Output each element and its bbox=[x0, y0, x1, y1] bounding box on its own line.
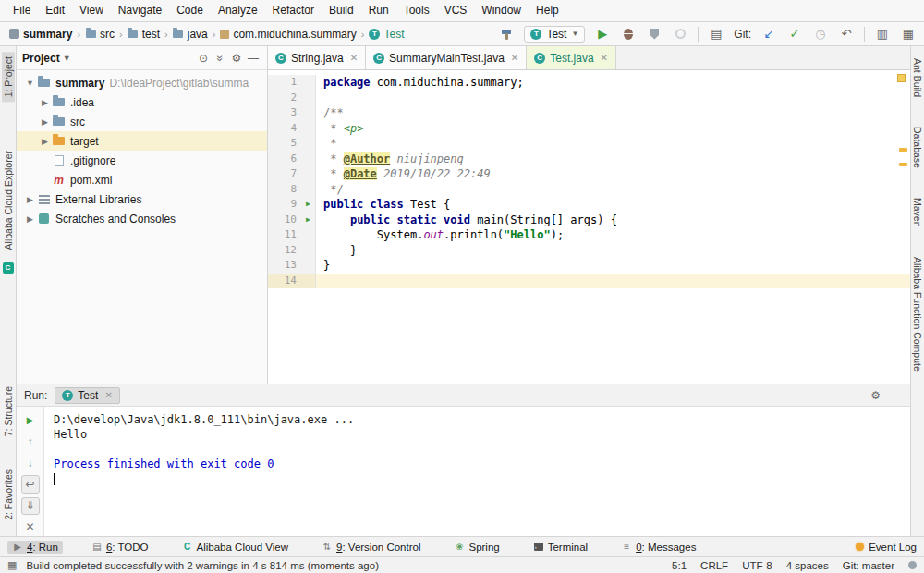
breadcrumb-item-src[interactable]: src bbox=[83, 28, 116, 41]
chevron-right-icon[interactable]: ▶ bbox=[24, 214, 36, 224]
code-line-5[interactable]: 5 * bbox=[268, 136, 910, 152]
alibaba-cloud-icon[interactable]: C bbox=[3, 262, 14, 274]
tree-item-summary[interactable]: ▼summaryD:\IdeaProject\gitlab\summa bbox=[17, 73, 267, 92]
stripe-maven[interactable]: Maven bbox=[911, 193, 924, 232]
chevron-right-icon[interactable]: ▶ bbox=[24, 195, 36, 204]
editor-tab-test-java[interactable]: CTest.java✕ bbox=[527, 46, 616, 69]
code-line-6[interactable]: 6 * @Author niujinpeng bbox=[268, 152, 910, 167]
chevron-right-icon[interactable]: ▶ bbox=[39, 117, 51, 127]
menu-file[interactable]: File bbox=[6, 0, 38, 21]
status-crlf[interactable]: CRLF bbox=[700, 560, 728, 571]
stripe-alibaba-cloud-explorer[interactable]: Alibaba Cloud Explorer bbox=[2, 146, 15, 254]
menu-build[interactable]: Build bbox=[322, 0, 361, 21]
code-line-8[interactable]: 8 */ bbox=[268, 182, 910, 198]
status-5-1[interactable]: 5:1 bbox=[672, 560, 687, 571]
soft-wrap-icon[interactable]: ↩ bbox=[21, 475, 40, 493]
code-line-12[interactable]: 12 } bbox=[268, 243, 910, 259]
code-editor[interactable]: 1package com.miduchina.summary;23/**4 * … bbox=[268, 70, 910, 384]
code-line-13[interactable]: 13} bbox=[268, 258, 910, 274]
menu-run[interactable]: Run bbox=[361, 0, 396, 21]
stripe-7-structure[interactable]: 7: Structure bbox=[2, 382, 15, 441]
stripe-1-project[interactable]: 1: Project bbox=[2, 52, 15, 102]
chevron-down-icon[interactable]: ▼ bbox=[63, 54, 71, 63]
menu-window[interactable]: Window bbox=[474, 0, 529, 21]
build-hammer-icon[interactable] bbox=[498, 26, 515, 43]
hector-icon[interactable] bbox=[908, 561, 917, 569]
locate-file-icon[interactable]: ⊙ bbox=[195, 50, 212, 67]
git-update-button[interactable]: ↙ bbox=[760, 26, 777, 43]
debug-button[interactable] bbox=[620, 26, 637, 43]
toolwindow-button-run[interactable]: ▶4: Run bbox=[7, 541, 63, 554]
hide-run-panel-icon[interactable]: — bbox=[892, 389, 903, 402]
code-line-11[interactable]: 11 System.out.println("Hello"); bbox=[268, 227, 910, 243]
tree-item-gitignore[interactable]: .gitignore bbox=[17, 151, 267, 170]
tree-item-external-libraries[interactable]: ▶External Libraries bbox=[17, 189, 267, 209]
code-line-4[interactable]: 4 * <p> bbox=[268, 121, 910, 137]
coverage-button[interactable] bbox=[646, 26, 663, 43]
clear-console-icon[interactable]: ✕ bbox=[21, 518, 40, 536]
changes-list-icon[interactable]: ▥ bbox=[874, 26, 891, 43]
menu-navigate[interactable]: Navigate bbox=[111, 0, 169, 21]
code-line-7[interactable]: 7 * @Date 2019/10/22 22:49 bbox=[268, 166, 910, 182]
settings-gear-icon[interactable]: ⚙ bbox=[228, 50, 245, 67]
breadcrumb-item-summary[interactable]: summary bbox=[7, 28, 74, 41]
code-line-3[interactable]: 3/** bbox=[268, 105, 910, 121]
menu-edit[interactable]: Edit bbox=[38, 0, 72, 21]
code-line-1[interactable]: 1package com.miduchina.summary; bbox=[268, 75, 910, 91]
status-message[interactable]: Build completed successfully with 2 warn… bbox=[26, 560, 379, 571]
menu-help[interactable]: Help bbox=[529, 0, 566, 21]
code-line-2[interactable]: 2 bbox=[268, 91, 910, 106]
status-4-spaces[interactable]: 4 spaces bbox=[786, 560, 829, 571]
stripe-ant-build[interactable]: Ant Build bbox=[911, 54, 924, 102]
menu-code[interactable]: Code bbox=[169, 0, 211, 21]
run-line-marker[interactable]: ▶ bbox=[301, 197, 315, 213]
inspection-indicator[interactable] bbox=[897, 74, 906, 82]
scroll-to-end-icon[interactable]: ⇓ bbox=[21, 497, 40, 515]
menu-refactor[interactable]: Refactor bbox=[265, 0, 322, 21]
close-icon[interactable]: ✕ bbox=[104, 390, 112, 400]
status-utf-8[interactable]: UTF-8 bbox=[742, 560, 772, 571]
project-panel-title[interactable]: Project bbox=[22, 52, 60, 65]
structure-view-icon[interactable]: ▦ bbox=[900, 26, 917, 43]
hide-panel-icon[interactable]: — bbox=[245, 50, 261, 67]
chevron-right-icon[interactable]: ▶ bbox=[39, 98, 51, 107]
profiler-button[interactable] bbox=[672, 26, 688, 43]
warning-stripe-mark[interactable] bbox=[899, 148, 907, 152]
stripe-alibaba-function-compute[interactable]: Alibaba Function Compute bbox=[911, 252, 924, 376]
code-line-14[interactable]: 14 bbox=[268, 274, 910, 289]
rerun-button[interactable]: ▶ bbox=[21, 411, 40, 429]
run-console[interactable]: D:\develop\Java\jdk1.8.0_111\bin\java.ex… bbox=[44, 407, 910, 536]
chevron-down-icon[interactable]: ▼ bbox=[24, 79, 36, 88]
stripe-2-favorites[interactable]: 2: Favorites bbox=[2, 465, 15, 525]
git-history-button[interactable]: ◷ bbox=[812, 26, 829, 43]
tree-item-idea[interactable]: ▶.idea bbox=[17, 92, 267, 112]
step-down-icon[interactable]: ↓ bbox=[21, 454, 40, 471]
breadcrumb-item-java[interactable]: java bbox=[171, 28, 210, 41]
breadcrumb-item-test[interactable]: test bbox=[126, 28, 162, 41]
run-tab[interactable]: T Test ✕ bbox=[55, 387, 119, 404]
toolwindow-button-terminal[interactable]: ›Terminal bbox=[529, 541, 592, 554]
status-git-master[interactable]: Git: master bbox=[843, 560, 894, 571]
toolwindow-button-alibaba-cloud-view[interactable]: CAlibaba Cloud View bbox=[177, 541, 294, 554]
tree-item-scratches-and-consoles[interactable]: ▶Scratches and Consoles bbox=[17, 209, 267, 228]
chevron-right-icon[interactable]: ▶ bbox=[39, 137, 51, 146]
editor-tab-summarymaintest-java[interactable]: CSummaryMainTest.java✕ bbox=[366, 46, 527, 69]
warning-stripe-mark[interactable] bbox=[899, 163, 907, 166]
tree-item-src[interactable]: ▶src bbox=[17, 112, 267, 131]
tool-windows-icon[interactable]: ▤ bbox=[708, 26, 724, 43]
collapse-all-icon[interactable]: » bbox=[212, 50, 228, 67]
close-icon[interactable]: ✕ bbox=[350, 53, 358, 63]
editor-tab-string-java[interactable]: CString.java✕ bbox=[268, 46, 366, 69]
run-button[interactable]: ▶ bbox=[594, 26, 611, 43]
menu-vcs[interactable]: VCS bbox=[437, 0, 475, 21]
stripe-database[interactable]: Database bbox=[911, 122, 924, 173]
run-line-marker[interactable]: ▶ bbox=[301, 213, 315, 228]
menu-tools[interactable]: Tools bbox=[396, 0, 437, 21]
git-commit-button[interactable]: ✓ bbox=[786, 26, 803, 43]
breadcrumb-item-com-miduchina-summary[interactable]: com.miduchina.summary bbox=[218, 28, 358, 41]
toolwindow-button-messages[interactable]: ≡0: Messages bbox=[616, 541, 700, 554]
git-rollback-button[interactable]: ↶ bbox=[838, 26, 855, 43]
close-icon[interactable]: ✕ bbox=[601, 53, 608, 63]
step-up-icon[interactable]: ↑ bbox=[21, 433, 40, 450]
tree-item-target[interactable]: ▶target bbox=[17, 131, 267, 151]
